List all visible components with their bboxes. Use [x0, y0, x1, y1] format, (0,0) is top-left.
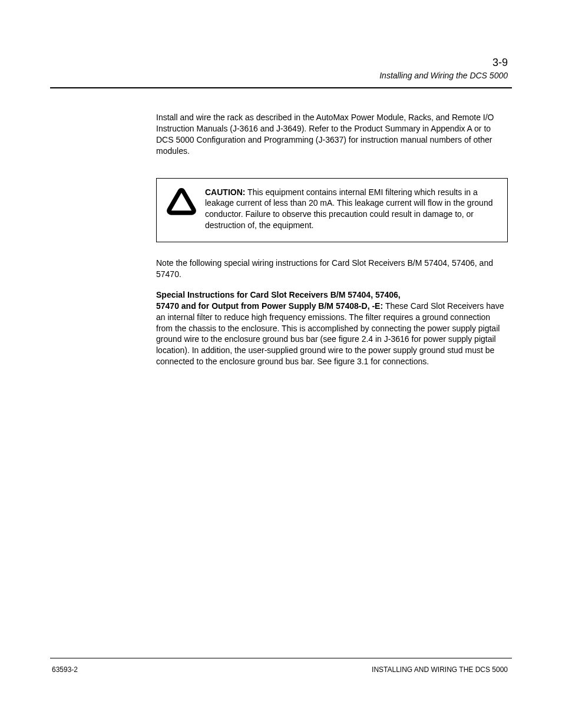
special-line1-bold: Special Instructions for Card Slot Recei…: [156, 289, 508, 301]
header-rule: [50, 87, 512, 88]
paragraph-note: Note the following special wiring instru…: [156, 258, 508, 280]
warning-triangle-icon: [165, 186, 198, 218]
footer-section-title: INSTALLING AND WIRING THE DCS 5000: [372, 666, 508, 674]
caution-box: CAUTION: This equipment contains interna…: [156, 178, 508, 243]
special-body: These Card Slot Receivers have an intern…: [156, 301, 504, 366]
paragraph-special: Special Instructions for Card Slot Recei…: [156, 289, 508, 367]
special-line2-bold: 57470 and for Output from Power Supply B…: [156, 301, 385, 311]
header-section-title: Installing and Wiring the DCS 5000: [379, 71, 508, 80]
footer-rule: [50, 658, 512, 658]
header-page-number: 3-9: [492, 57, 508, 69]
main-content: Install and wire the rack as described i…: [156, 112, 508, 377]
caution-label: CAUTION:: [205, 187, 245, 197]
paragraph-intro: Install and wire the rack as described i…: [156, 112, 508, 157]
footer-doc-number: 63593-2: [52, 666, 78, 674]
caution-body: This equipment contains internal EMI fil…: [205, 187, 492, 230]
